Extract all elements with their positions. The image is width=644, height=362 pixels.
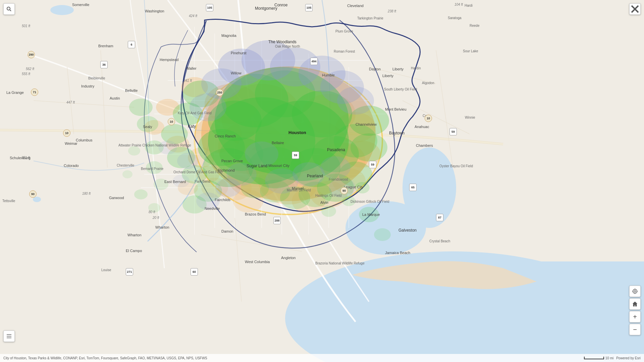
elev-label-11: 104 ft <box>454 3 463 6</box>
svg-point-94 <box>122 170 132 178</box>
home-button[interactable] <box>629 298 641 310</box>
road-badge-14: 87 <box>436 214 443 221</box>
zoom-out-button[interactable]: − <box>629 324 641 335</box>
attribution-text: City of Houston, Texas Parks & Wildlife,… <box>3 356 584 360</box>
zoom-out-label: − <box>633 326 637 333</box>
elev-label-5: 371 ft <box>21 156 30 160</box>
svg-point-83 <box>154 179 168 190</box>
svg-point-96 <box>355 182 370 193</box>
road-badge-12: 59 <box>449 128 457 135</box>
svg-point-118 <box>158 140 177 155</box>
road-badge-15: 288 <box>273 217 281 224</box>
svg-point-124 <box>634 290 636 292</box>
road-badge-5: 494 <box>310 58 318 65</box>
powered-by: Powered by Esri <box>616 356 641 360</box>
svg-point-5 <box>50 5 74 15</box>
svg-point-107 <box>190 93 226 121</box>
scale-line <box>584 357 604 359</box>
scale-bar: 10 mi <box>584 356 613 360</box>
road-badge-3: 290 <box>28 51 35 58</box>
legend-button[interactable] <box>3 330 15 342</box>
scale-label: 10 mi <box>605 356 613 360</box>
svg-point-82 <box>146 161 163 174</box>
svg-point-98 <box>321 205 336 217</box>
svg-point-85 <box>351 133 387 162</box>
collapse-button[interactable] <box>629 3 641 15</box>
road-badge-18: 59 <box>369 161 376 168</box>
locate-button[interactable] <box>629 286 641 297</box>
elev-label-9: 238 ft <box>388 9 396 13</box>
road-badge-4: 36 <box>100 61 108 68</box>
elev-label-4: 447 ft <box>66 101 75 104</box>
svg-point-115 <box>215 178 241 197</box>
map-background <box>0 0 644 362</box>
svg-point-109 <box>245 141 278 167</box>
svg-point-95 <box>128 146 140 156</box>
svg-point-92 <box>134 189 148 199</box>
elev-label-6: 180 ft <box>82 192 91 195</box>
svg-point-100 <box>374 228 391 241</box>
road-badge-16: 59 <box>292 152 299 159</box>
svg-point-113 <box>320 156 351 179</box>
zoom-in-button[interactable]: + <box>629 311 641 322</box>
road-badge-10: 71 <box>31 88 38 96</box>
map-container: HoustonThe WoodlandsMontgomeryConroeKaty… <box>0 0 644 362</box>
search-button[interactable] <box>3 3 15 15</box>
attribution-bar: City of Houston, Texas Parks & Wildlife,… <box>0 354 644 362</box>
road-badge-11: 90 <box>29 190 37 198</box>
road-badge-1: 105 <box>305 4 313 11</box>
svg-point-125 <box>633 289 637 294</box>
svg-point-116 <box>196 192 220 210</box>
road-badge-0: 105 <box>206 4 213 11</box>
map-controls-right: + − <box>629 286 641 335</box>
svg-point-99 <box>359 207 379 222</box>
svg-line-121 <box>10 10 11 11</box>
road-badge-19: 271 <box>126 268 133 276</box>
elev-label-2: 424 ft <box>189 14 197 18</box>
svg-point-120 <box>7 7 10 10</box>
svg-point-80 <box>137 116 158 132</box>
svg-point-108 <box>337 86 374 115</box>
road-badge-17: 90 <box>340 187 348 194</box>
elev-label-0: 501 ft <box>22 24 30 28</box>
elev-label-1: 555 ft <box>22 72 30 76</box>
svg-point-119 <box>173 175 190 187</box>
svg-point-79 <box>129 99 153 116</box>
elev-label-7: 80 ft <box>149 210 155 214</box>
road-badge-20: 60 <box>191 268 198 276</box>
elev-label-8: 20 ft <box>153 216 159 220</box>
svg-point-112 <box>292 162 325 186</box>
road-badge-7: 10 <box>63 129 70 137</box>
road-badge-6: 250 <box>216 89 223 96</box>
road-badge-9: 10 <box>425 115 432 122</box>
attribution-right: 10 mi Powered by Esri <box>584 356 641 360</box>
zoom-in-label: + <box>633 313 637 320</box>
road-badge-2: 6 <box>128 41 135 48</box>
svg-point-117 <box>177 153 199 169</box>
road-badge-13: 65 <box>409 184 417 191</box>
elev-label-10: 341 ft <box>183 79 192 82</box>
road-badge-8: 10 <box>168 118 175 125</box>
elev-label-3: 562 ft <box>26 67 34 71</box>
